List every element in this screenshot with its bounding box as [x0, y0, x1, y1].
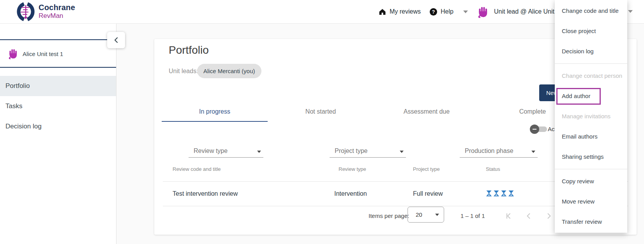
page-size-select[interactable]: 20: [408, 207, 444, 223]
menu-item-close-project[interactable]: Close project: [555, 21, 627, 41]
account-chevron-down-icon[interactable]: [628, 10, 633, 13]
hourglass-icon: [493, 190, 499, 197]
topbar: Cochrane RevMan My reviews ? Help: [0, 0, 644, 24]
unit-hand-icon: [8, 48, 18, 59]
sidebar-item-decision-log[interactable]: Decision log: [0, 116, 116, 137]
revman-hand-icon: [477, 6, 488, 18]
sidebar: Alice Unit test 1 Portfolio Tasks Decisi…: [0, 23, 116, 244]
toggle-thumb-minus-icon: [530, 125, 539, 134]
brand-name: Cochrane: [39, 3, 75, 12]
previous-page-icon[interactable]: [524, 212, 533, 220]
brand-product: RevMan: [39, 12, 75, 20]
menu-item-decision-log[interactable]: Decision log: [555, 41, 627, 61]
chevron-left-icon: [113, 37, 119, 44]
tab-assessment-due[interactable]: Assessment due: [374, 102, 480, 122]
row-status-icons: [486, 190, 514, 197]
hourglass-icon: [508, 190, 514, 197]
filter-review-type[interactable]: Review type: [189, 143, 263, 158]
filter-chevron-down-icon: [257, 151, 261, 153]
my-reviews-label: My reviews: [390, 8, 421, 15]
filter-production-phase-label: Production phase: [465, 147, 513, 154]
portfolio-tabs: In progress Not started Assessment due C…: [162, 102, 586, 122]
sidebar-rule-bottom: [0, 67, 116, 68]
filter-chevron-down-icon: [531, 151, 535, 153]
tab-not-started[interactable]: Not started: [268, 102, 374, 122]
filter-review-type-label: Review type: [194, 147, 228, 154]
unit-lead-chip: Alice Mercanti (you): [197, 64, 261, 78]
cochrane-logo-icon: [16, 2, 36, 21]
col-header-status: Status: [486, 166, 500, 172]
sidebar-nav: Portfolio Tasks Decision log: [0, 76, 116, 137]
next-page-icon[interactable]: [545, 212, 553, 220]
sidebar-item-tasks[interactable]: Tasks: [0, 96, 116, 116]
help-chevron-down-icon: [463, 11, 468, 13]
help-icon: ?: [430, 8, 437, 16]
first-page-icon[interactable]: [504, 212, 513, 220]
col-header-project-type: Project type: [413, 166, 440, 172]
help-menu[interactable]: ? Help: [430, 0, 468, 23]
tab-in-progress[interactable]: In progress: [162, 102, 268, 122]
menu-item-change-code-and-title[interactable]: Change code and title: [555, 1, 627, 21]
my-reviews-link[interactable]: My reviews: [379, 0, 421, 23]
row-review-type: Intervention: [334, 188, 367, 200]
sidebar-collapse-button[interactable]: [107, 32, 125, 48]
menu-item-transfer-review[interactable]: Transfer review: [555, 212, 627, 232]
menu-item-add-author[interactable]: Add author: [555, 86, 627, 106]
col-header-review-code-title: Review code and title: [173, 166, 221, 172]
menu-item-move-review[interactable]: Move review: [555, 191, 627, 212]
row-title[interactable]: Test intervention review: [173, 188, 238, 200]
unit-name: Alice Unit test 1: [23, 51, 63, 57]
brand: Cochrane RevMan: [39, 3, 75, 20]
menu-item-copy-review[interactable]: Copy review: [555, 171, 627, 191]
project-actions-menu: Change code and title Close project Deci…: [555, 0, 627, 233]
hourglass-icon: [501, 190, 507, 197]
unit-leads-label: Unit leads:: [169, 68, 198, 75]
help-label: Help: [441, 8, 453, 15]
hourglass-icon: [486, 190, 492, 197]
menu-item-sharing-settings[interactable]: Sharing settings: [555, 147, 627, 167]
items-per-page-label: Items per page:: [369, 211, 409, 221]
filter-production-phase[interactable]: Production phase: [460, 143, 538, 158]
sidebar-unit: Alice Unit test 1: [0, 40, 116, 67]
menu-divider: [555, 63, 627, 64]
sidebar-rule-top: [0, 39, 116, 40]
home-icon: [379, 8, 386, 15]
pagination-range: 1 – 1 of 1: [461, 211, 485, 221]
account-menu-trigger[interactable]: Unit lead @ Alice Unit...: [494, 0, 559, 23]
col-header-review-type: Review type: [339, 166, 366, 172]
page-size-value: 20: [416, 207, 422, 222]
page-title: Portfolio: [169, 44, 209, 56]
menu-item-email-authors[interactable]: Email authors: [555, 126, 627, 147]
filter-project-type-label: Project type: [335, 147, 367, 154]
menu-item-manage-invitations: Manage invitations: [555, 106, 627, 126]
select-chevron-down-icon: [435, 214, 439, 216]
menu-item-change-contact-person: Change contact person: [555, 66, 627, 86]
filter-project-type[interactable]: Project type: [330, 143, 406, 158]
filter-chevron-down-icon: [400, 151, 404, 153]
account-label: Unit lead @ Alice Unit...: [494, 8, 559, 15]
sidebar-item-portfolio[interactable]: Portfolio: [0, 76, 116, 96]
menu-divider: [555, 169, 627, 169]
row-project-type: Full review: [413, 188, 443, 200]
